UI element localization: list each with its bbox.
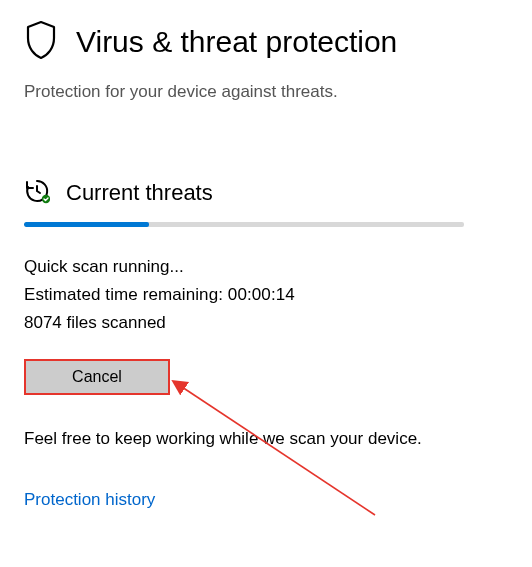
section-title: Current threats xyxy=(66,180,213,206)
scan-progress-fill xyxy=(24,222,149,227)
annotation-arrow xyxy=(170,375,390,535)
scan-status: Quick scan running... xyxy=(24,253,508,281)
scan-progress-bar xyxy=(24,222,464,227)
scan-files: 8074 files scanned xyxy=(24,309,508,337)
scan-eta-value: 00:00:14 xyxy=(228,285,295,304)
cancel-button[interactable]: Cancel xyxy=(24,359,170,395)
scan-hint: Feel free to keep working while we scan … xyxy=(24,425,474,452)
scan-files-count: 8074 xyxy=(24,313,62,332)
svg-point-0 xyxy=(42,195,50,203)
scan-history-icon xyxy=(24,178,50,208)
page-title: Virus & threat protection xyxy=(76,25,397,59)
page-subtitle: Protection for your device against threa… xyxy=(24,82,508,102)
scan-files-suffix: files scanned xyxy=(67,313,166,332)
scan-eta: Estimated time remaining: 00:00:14 xyxy=(24,281,508,309)
shield-icon xyxy=(24,20,58,64)
scan-eta-label: Estimated time remaining: xyxy=(24,285,223,304)
protection-history-link[interactable]: Protection history xyxy=(24,490,155,510)
